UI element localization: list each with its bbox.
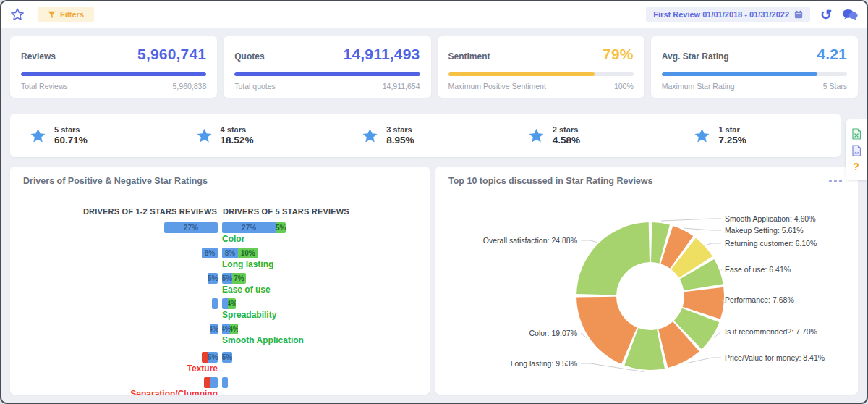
bar-segment-green[interactable]: 7%	[232, 273, 246, 284]
funnel-icon	[48, 11, 56, 19]
bar-segment-blue[interactable]: 5%	[222, 352, 232, 363]
donut-label-leader-line	[581, 240, 597, 242]
star-count-label: 4 stars	[221, 125, 254, 134]
calendar-icon	[794, 10, 803, 19]
bar-segment-blue[interactable]: 27%	[164, 222, 218, 233]
donut-label: Ease of use: 6.41%	[725, 265, 791, 274]
star-breakdown-item: 4 stars18.52%	[176, 125, 343, 146]
donut-label: Is it recommended?: 7.70%	[725, 327, 817, 336]
star-breakdown-band: 5 stars60.71%4 stars18.52%3 stars8.95%2 …	[10, 114, 841, 157]
bar-category-label: Color	[222, 234, 422, 245]
chat-bubbles-icon	[842, 9, 858, 21]
bar-segment-blue[interactable]: 4%	[210, 324, 218, 334]
drivers-panel-title: Drivers of Positive & Negative Star Rati…	[23, 176, 208, 186]
star-percentage: 8.95%	[386, 135, 414, 146]
donut-slice-color[interactable]	[576, 297, 637, 364]
star-count-label: 3 stars	[386, 125, 414, 134]
kpi-label: Reviews	[21, 51, 56, 62]
kpi-footer-value: 5 Stars	[823, 82, 847, 91]
bar-segment-green[interactable]: 4%	[230, 324, 238, 334]
topics-donut-chart: Smooth Application: 4.60%Makeup Setting:…	[435, 167, 858, 395]
comments-button[interactable]	[842, 9, 858, 21]
kpi-footer-value: 5,960,838	[173, 82, 207, 91]
kpi-progress-track	[662, 72, 847, 76]
export-image-button[interactable]	[851, 145, 861, 156]
bar-row	[17, 377, 422, 388]
bar-category-label: Ease of use	[222, 285, 422, 295]
donut-label: Smooth Application: 4.60%	[725, 214, 816, 223]
star-percentage: 4.58%	[553, 135, 580, 146]
donut-label-leader-line	[684, 228, 721, 230]
kpi-progress-track	[21, 72, 206, 76]
star-percentage: 18.52%	[221, 135, 254, 146]
donut-label: Price/Value for money: 8.41%	[725, 353, 825, 362]
bar-segment-blue[interactable]	[212, 298, 218, 309]
kpi-footer-label: Total Reviews	[21, 82, 68, 91]
bar-category-label: Separation/Clumping	[17, 389, 218, 395]
donut-label-leader-line	[686, 358, 721, 363]
bar-segment-blue[interactable]	[222, 298, 228, 309]
donut-label-leader-line	[714, 332, 721, 338]
bar-row: 4%	[17, 298, 422, 309]
topbar: Filters First Review 01/01/2018 - 01/31/…	[1, 1, 867, 28]
bar-segment-blue[interactable]: 27%	[222, 222, 276, 233]
filters-label: Filters	[60, 10, 84, 19]
drivers-left-column-header: DRIVERS OF 1-2 STARS REVIEWS	[17, 207, 217, 216]
kpi-row: Reviews 5,960,741 Total Reviews 5,960,83…	[10, 36, 858, 98]
kpi-progress-fill	[448, 72, 595, 76]
kpi-card-quotes: Quotes 14,911,493 Total quotes 14,911,65…	[224, 36, 430, 98]
bar-segment-blue[interactable]: 8%	[222, 248, 238, 258]
bar-segment-blue[interactable]	[222, 377, 228, 388]
star-breakdown-item: 1 star7.25%	[674, 125, 841, 146]
undo-button[interactable]: ↺	[820, 8, 832, 22]
bar-segment-green[interactable]: 10%	[238, 248, 258, 258]
bar-segment-blue[interactable]	[210, 377, 218, 388]
kpi-value: 14,911,493	[344, 46, 420, 63]
donut-label: Long lasting: 9.53%	[511, 359, 577, 368]
bar-category-label: Spreadability	[222, 310, 422, 321]
star-breakdown-item: 5 stars60.71%	[10, 125, 176, 146]
drivers-right-column-header: DRIVERS OF 5 STARS REVIEWS	[223, 207, 422, 216]
star-count-label: 1 star	[718, 125, 746, 134]
star-percentage: 60.71%	[54, 135, 88, 146]
bar-category-label: Long lasting	[222, 259, 422, 270]
star-icon	[30, 127, 46, 144]
bar-row: 8%8%10%	[17, 248, 422, 258]
side-tool-strip: ?	[846, 119, 867, 180]
donut-label-leader-line	[661, 219, 721, 221]
bar-segment-blue[interactable]: 4%	[222, 324, 230, 334]
bar-row: 27%27%5%	[17, 222, 422, 233]
help-button[interactable]: ?	[853, 161, 859, 172]
star-outline-icon	[10, 7, 25, 22]
bar-category-label: Texture	[17, 363, 218, 374]
kpi-card-sentiment: Sentiment 79% Maximum Positive Sentiment…	[438, 36, 644, 98]
star-breakdown-item: 2 stars4.58%	[509, 125, 675, 146]
image-file-icon	[851, 145, 861, 156]
donut-label: Returning customer: 6.10%	[725, 239, 817, 248]
donut-label: Overall satisfaction: 24.88%	[483, 236, 577, 245]
bar-segment-green[interactable]: 4%	[228, 298, 236, 309]
donut-label-leader-line	[581, 333, 587, 339]
export-excel-button[interactable]	[851, 128, 861, 140]
star-icon	[528, 127, 545, 144]
bar-row: 4%4%4%	[17, 324, 422, 334]
filters-button[interactable]: Filters	[38, 7, 94, 22]
bar-segment-blue[interactable]: 5%	[222, 273, 232, 284]
kpi-footer-label: Maximum Star Rating	[662, 82, 735, 91]
bar-segment-red[interactable]	[204, 377, 211, 388]
donut-slice-overall-satisfaction[interactable]	[576, 222, 650, 295]
bar-row: 5%5%7%	[17, 273, 422, 284]
kpi-card-avg-star-rating: Avg. Star Rating 4.21 Maximum Star Ratin…	[651, 36, 858, 98]
favorite-star-icon[interactable]	[10, 7, 25, 22]
date-range-picker[interactable]: First Review 01/01/2018 - 01/31/2022	[646, 7, 810, 22]
undo-icon: ↺	[820, 8, 832, 22]
bar-segment-blue[interactable]: 8%	[202, 248, 218, 258]
bar-segment-blue[interactable]: 5%	[208, 273, 218, 284]
kpi-label: Sentiment	[448, 51, 490, 62]
bar-segment-red[interactable]	[202, 352, 208, 363]
bar-segment-blue[interactable]: 5%	[208, 352, 218, 363]
date-range-label: First Review 01/01/2018 - 01/31/2022	[653, 10, 789, 19]
donut-label-leader-line	[721, 269, 722, 271]
help-icon: ?	[853, 161, 859, 172]
bar-segment-green[interactable]: 5%	[276, 222, 286, 233]
